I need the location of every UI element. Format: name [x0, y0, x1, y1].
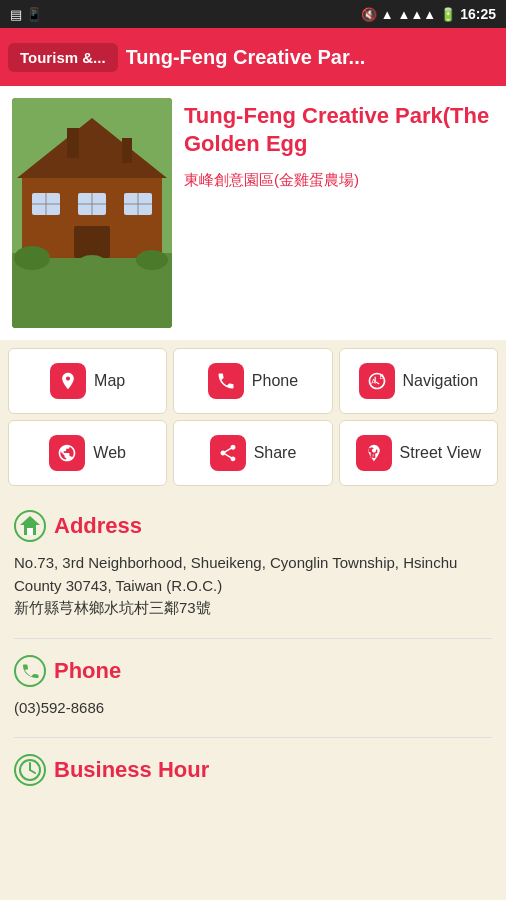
map-button[interactable]: Map: [8, 348, 167, 414]
svg-text:A: A: [371, 378, 376, 385]
business-hour-title: Business Hour: [54, 757, 209, 783]
svg-line-28: [30, 770, 35, 773]
signal-icon: ▤: [10, 7, 22, 22]
streetview-label: Street View: [400, 444, 482, 462]
divider-2: [14, 737, 492, 738]
phone-icon: [216, 371, 236, 391]
wifi-icon: ▲: [381, 7, 394, 22]
share-icon: [218, 443, 238, 463]
phone-title: Phone: [54, 658, 121, 684]
phone-number-text: (03)592-8686: [14, 697, 492, 720]
place-name-english: Tung-Feng Creative Park(The Golden Egg: [184, 102, 494, 157]
app-header: Tourism &... Tung-Feng Creative Par...: [0, 28, 506, 86]
place-name-chinese: 東峰創意園區(金雞蛋農場): [184, 169, 494, 190]
battery-icon: 🔋: [440, 7, 456, 22]
place-section: Tung-Feng Creative Park(The Golden Egg 東…: [0, 86, 506, 340]
map-icon-bg: [50, 363, 86, 399]
phone-button[interactable]: Phone: [173, 348, 332, 414]
header-title: Tung-Feng Creative Par...: [126, 46, 498, 69]
divider-1: [14, 638, 492, 639]
place-info: Tung-Feng Creative Park(The Golden Egg 東…: [184, 98, 494, 328]
status-bar: ▤ 📱 🔇 ▲ ▲▲▲ 🔋 16:25: [0, 0, 506, 28]
web-icon-bg: [49, 435, 85, 471]
status-right-icons: 🔇 ▲ ▲▲▲ 🔋 16:25: [361, 6, 496, 22]
clock-icon: [14, 754, 46, 786]
address-line1: No.73, 3rd Neighborhood, Shueikeng, Cyon…: [14, 554, 457, 594]
svg-text:B: B: [379, 373, 384, 380]
house-icon: [14, 510, 46, 542]
navigation-icon-bg: AB: [359, 363, 395, 399]
map-label: Map: [94, 372, 125, 390]
address-text: No.73, 3rd Neighborhood, Shueikeng, Cyon…: [14, 552, 492, 620]
mute-icon: 🔇: [361, 7, 377, 22]
clock: 16:25: [460, 6, 496, 22]
svg-point-18: [78, 255, 106, 271]
web-label: Web: [93, 444, 126, 462]
place-image-inner: [12, 98, 172, 328]
detail-content: Address No.73, 3rd Neighborhood, Shueike…: [0, 494, 506, 812]
streetview-icon: [364, 443, 384, 463]
streetview-icon-bg: [356, 435, 392, 471]
share-icon-bg: [210, 435, 246, 471]
navigation-label: Navigation: [403, 372, 479, 390]
phone-label: Phone: [252, 372, 298, 390]
svg-point-16: [14, 246, 50, 270]
svg-rect-4: [67, 128, 79, 158]
signal-bars-icon: ▲▲▲: [398, 7, 437, 22]
place-illustration: [12, 98, 172, 328]
status-left-icons: ▤ 📱: [10, 7, 42, 22]
phone-circle-icon: [14, 655, 46, 687]
phone-icon-bg: [208, 363, 244, 399]
svg-point-17: [136, 250, 168, 270]
svg-point-24: [15, 656, 45, 686]
place-image: [12, 98, 172, 328]
navigation-button[interactable]: AB Navigation: [339, 348, 498, 414]
map-icon: [58, 371, 78, 391]
phone-section-icon: [14, 655, 46, 687]
clock-circle-icon: [14, 754, 46, 786]
navigation-icon: AB: [367, 371, 387, 391]
address-title: Address: [54, 513, 142, 539]
address-header: Address: [14, 510, 492, 542]
svg-rect-23: [27, 528, 33, 535]
share-label: Share: [254, 444, 297, 462]
sim-icon: 📱: [26, 7, 42, 22]
business-hour-header: Business Hour: [14, 754, 492, 786]
phone-header: Phone: [14, 655, 492, 687]
back-button[interactable]: Tourism &...: [8, 43, 118, 72]
web-icon: [57, 443, 77, 463]
address-line2: 新竹縣芎林鄉水坑村三鄰73號: [14, 599, 211, 616]
share-button[interactable]: Share: [173, 420, 332, 486]
svg-rect-5: [122, 138, 132, 163]
action-grid: Map Phone AB Navigation Web Share Street…: [0, 340, 506, 494]
streetview-button[interactable]: Street View: [339, 420, 498, 486]
address-icon: [14, 510, 46, 542]
svg-rect-9: [74, 226, 110, 258]
web-button[interactable]: Web: [8, 420, 167, 486]
